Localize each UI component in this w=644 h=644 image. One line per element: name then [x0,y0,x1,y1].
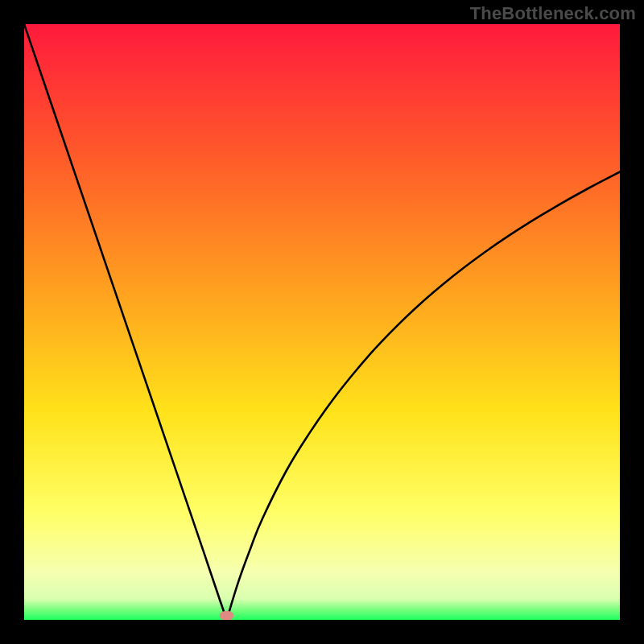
plot-area [24,24,620,620]
gradient-background [24,24,620,620]
watermark-text: TheBottleneck.com [470,3,636,24]
chart-svg [24,24,620,620]
chart-frame: TheBottleneck.com [0,0,644,644]
